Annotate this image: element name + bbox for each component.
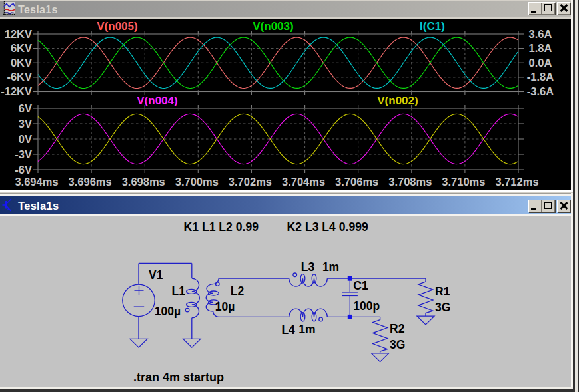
svg-text:3.700ms: 3.700ms (175, 176, 219, 188)
svg-text:3.6A: 3.6A (529, 28, 552, 40)
svg-text:1m: 1m (322, 260, 339, 274)
svg-text:V(n004): V(n004) (137, 95, 177, 107)
svg-text:I(C1): I(C1) (420, 20, 445, 33)
svg-text:0.0A: 0.0A (529, 57, 552, 69)
svg-text:.tran 4m startup: .tran 4m startup (133, 371, 224, 384)
svg-text:0KV: 0KV (11, 57, 32, 69)
svg-text:V1: V1 (149, 268, 163, 282)
svg-text:K2 L3 L4 0.999: K2 L3 L4 0.999 (287, 220, 368, 234)
svg-text:-6KV: -6KV (7, 71, 32, 83)
svg-text:6KV: 6KV (11, 42, 32, 54)
svg-text:3.696ms: 3.696ms (69, 176, 112, 188)
svg-text:V(n005): V(n005) (97, 20, 137, 33)
svg-text:3.698ms: 3.698ms (122, 176, 165, 188)
svg-text:1m: 1m (298, 323, 315, 336)
svg-text:3.712ms: 3.712ms (495, 176, 538, 188)
svg-text:3.710ms: 3.710ms (442, 176, 485, 188)
svg-text:3V: 3V (19, 118, 32, 130)
svg-text:10µ: 10µ (215, 300, 235, 313)
svg-text:L4: L4 (281, 323, 295, 337)
svg-text:3.706ms: 3.706ms (335, 176, 378, 188)
svg-text:V(n002): V(n002) (377, 95, 418, 107)
svg-text:L1: L1 (172, 284, 186, 297)
svg-text:12KV: 12KV (5, 28, 32, 40)
svg-text:100p: 100p (353, 299, 380, 313)
svg-text:3.702ms: 3.702ms (229, 176, 272, 188)
svg-text:3.694ms: 3.694ms (15, 176, 58, 188)
svg-text:3G: 3G (390, 338, 405, 351)
svg-text:-12KV: -12KV (1, 85, 32, 97)
svg-text:100µ: 100µ (155, 305, 181, 318)
svg-text:6V: 6V (19, 102, 32, 114)
svg-text:3.708ms: 3.708ms (388, 176, 432, 188)
svg-text:3.704ms: 3.704ms (282, 176, 325, 188)
svg-text:L3: L3 (301, 260, 315, 274)
svg-text:0V: 0V (19, 133, 32, 145)
svg-text:3G: 3G (435, 301, 450, 314)
svg-text:L2: L2 (231, 284, 245, 297)
svg-text:1.8A: 1.8A (529, 42, 552, 54)
svg-text:-3V: -3V (15, 148, 32, 160)
svg-text:C1: C1 (353, 279, 368, 292)
svg-text:R1: R1 (435, 285, 450, 298)
svg-text:V(n003): V(n003) (253, 20, 293, 33)
svg-text:-6V: -6V (15, 164, 32, 176)
svg-text:-3.6A: -3.6A (527, 85, 554, 97)
svg-text:K1 L1 L2 0.99: K1 L1 L2 0.99 (184, 220, 259, 234)
svg-text:-1.8A: -1.8A (527, 71, 554, 83)
svg-text:R2: R2 (390, 322, 405, 335)
